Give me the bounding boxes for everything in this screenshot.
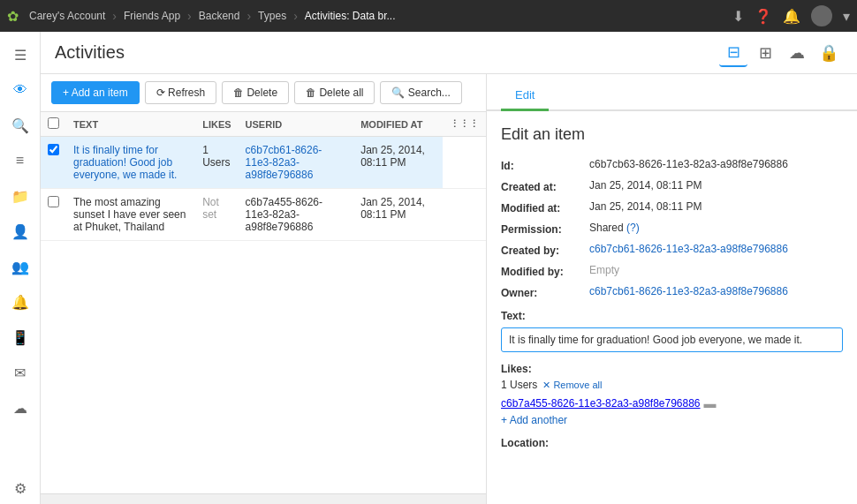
likes-section: Likes: 1 Users ✕ Remove all c6b7a455-862… <box>501 363 843 426</box>
header-icons: ⊟ ⊞ ☁ 🔒 <box>719 39 843 67</box>
created-at-value: Jan 25, 2014, 08:11 PM <box>589 179 843 192</box>
breadcrumb-backend[interactable]: Backend <box>192 10 247 22</box>
likes-user-id-link[interactable]: c6b7a455-8626-11e3-82a3-a98f8e796886 <box>501 397 701 410</box>
search-button[interactable]: 🔍 Search... <box>380 81 461 104</box>
table-row[interactable]: The most amazing sunset I have ever seen… <box>41 189 486 241</box>
cloud-view-btn[interactable]: ☁ <box>783 39 811 67</box>
tab-edit[interactable]: Edit <box>501 81 549 111</box>
permission-label: Permission: <box>501 222 589 236</box>
toolbar: + Add an item ⟳ Refresh 🗑 Delete 🗑 Delet… <box>41 74 486 112</box>
sidebar-folder[interactable]: 📁 <box>4 180 36 212</box>
owner-value: c6b7cb61-8626-11e3-82a3-a98f8e796886 <box>589 285 843 297</box>
location-label: Location: <box>501 437 843 449</box>
data-table: TEXT LIKES USERID MODIFIED AT ⋮⋮⋮ <box>41 112 486 241</box>
sidebar-group[interactable]: 👥 <box>4 251 36 282</box>
download-icon[interactable]: ⬇ <box>732 8 744 25</box>
field-created-at: Created at: Jan 25, 2014, 08:11 PM <box>501 179 843 193</box>
sidebar-tablet[interactable]: 📱 <box>4 321 36 353</box>
sidebar-gear[interactable]: ⚙ <box>4 472 36 504</box>
row2-checkbox[interactable] <box>48 196 59 207</box>
add-another-btn[interactable]: + Add another <box>501 414 843 426</box>
table-panel: + Add an item ⟳ Refresh 🗑 Delete 🗑 Delet… <box>41 74 486 504</box>
sidebar-bell[interactable]: 🔔 <box>4 286 36 318</box>
notification-icon[interactable]: 🔔 <box>783 8 800 25</box>
likes-users-row: 1 Users ✕ Remove all <box>501 379 843 391</box>
row1-text: It is finally time for graduation! Good … <box>66 137 195 189</box>
header-actions-col: ⋮⋮⋮ <box>443 112 486 137</box>
right-panel-tabs: Edit <box>487 74 857 111</box>
row1-userid: c6b7cb61-8626-11e3-82a3-a98f8e796886 <box>239 137 354 189</box>
modified-by-label: Modified by: <box>501 264 589 278</box>
sidebar-list[interactable]: ≡ <box>4 145 36 177</box>
remove-all-link[interactable]: ✕ Remove all <box>542 380 602 391</box>
list-view-btn[interactable]: ⊟ <box>719 39 747 67</box>
right-panel: Edit Edit an item Id: c6b7cb63-8626-11e3… <box>486 74 857 504</box>
sidebar-search[interactable]: 🔍 <box>4 109 36 141</box>
owner-label: Owner: <box>501 285 589 299</box>
tab-other[interactable] <box>549 81 577 111</box>
sidebar-cloud[interactable]: ☁ <box>4 392 36 424</box>
row1-likes: 1Users <box>195 137 238 189</box>
breadcrumb-carey[interactable]: Carey's Account <box>22 10 112 22</box>
sidebar-person[interactable]: 👤 <box>4 215 36 247</box>
modified-at-label: Modified at: <box>501 200 589 214</box>
layout: ☰ 👁 🔍 ≡ 📁 👤 👥 🔔 📱 ✉ ☁ ⚙ Activities ⊟ ⊞ ☁… <box>0 32 857 504</box>
page-title: Activities <box>55 42 125 63</box>
header: Activities ⊟ ⊞ ☁ 🔒 <box>41 32 857 74</box>
header-checkbox-col <box>41 112 66 137</box>
row2-likes: Notset <box>195 189 238 241</box>
likes-count: 1 Users <box>501 379 537 391</box>
lock-view-btn[interactable]: 🔒 <box>815 39 843 67</box>
delete-button[interactable]: 🗑 Delete <box>222 81 289 104</box>
main: Activities ⊟ ⊞ ☁ 🔒 + Add an item ⟳ Refre… <box>41 32 857 504</box>
field-id: Id: c6b7cb63-8626-11e3-82a3-a98f8e796886 <box>501 158 843 172</box>
table-row[interactable]: It is finally time for graduation! Good … <box>41 137 486 189</box>
row2-modified: Jan 25, 2014, 08:11 PM <box>353 189 443 241</box>
sidebar: ☰ 👁 🔍 ≡ 📁 👤 👥 🔔 📱 ✉ ☁ ⚙ <box>0 32 41 504</box>
permission-value: Shared (?) <box>589 222 843 234</box>
header-likes-col: LIKES <box>195 112 238 137</box>
sidebar-hamburger[interactable]: ☰ <box>4 39 36 71</box>
header-modified-col: MODIFIED AT <box>353 112 443 137</box>
id-label: Id: <box>501 158 589 172</box>
table-header-row: TEXT LIKES USERID MODIFIED AT ⋮⋮⋮ <box>41 112 486 137</box>
horizontal-scrollbar[interactable] <box>41 493 486 504</box>
help-icon[interactable]: ❓ <box>755 8 772 25</box>
owner-link[interactable]: c6b7cb61-8626-11e3-82a3-a98f8e796886 <box>589 285 788 297</box>
top-nav: ✿ Carey's Account › Friends App › Backen… <box>0 0 857 32</box>
select-all-checkbox[interactable] <box>48 117 59 129</box>
text-section-label: Text: <box>501 310 843 322</box>
header-userid-col: USERID <box>239 112 354 137</box>
row2-userid: c6b7a455-8626-11e3-82a3-a98f8e796886 <box>239 189 354 241</box>
breadcrumb-friends[interactable]: Friends App <box>117 10 187 22</box>
delete-all-button[interactable]: 🗑 Delete all <box>294 81 375 104</box>
row2-checkbox-cell <box>41 189 66 241</box>
sidebar-eye[interactable]: 👁 <box>4 74 36 106</box>
breadcrumb-types[interactable]: Types <box>251 10 293 22</box>
top-nav-right: ⬇ ❓ 🔔 ▾ <box>732 5 850 26</box>
avatar[interactable] <box>811 5 832 26</box>
likes-remove-icon[interactable]: ▬ <box>704 396 717 410</box>
created-by-link[interactable]: c6b7cb61-8626-11e3-82a3-a98f8e796886 <box>589 243 788 255</box>
right-panel-body: Edit an item Id: c6b7cb63-8626-11e3-82a3… <box>487 111 857 467</box>
logo-icon: ✿ <box>7 8 19 25</box>
row1-userid-link[interactable]: c6b7cb61-8626-11e3-82a3-a98f8e796886 <box>246 144 322 181</box>
created-by-value: c6b7cb61-8626-11e3-82a3-a98f8e796886 <box>589 243 843 255</box>
add-item-button[interactable]: + Add an item <box>51 81 140 104</box>
text-input[interactable] <box>501 327 843 352</box>
table-wrap: TEXT LIKES USERID MODIFIED AT ⋮⋮⋮ <box>41 112 486 493</box>
refresh-button[interactable]: ⟳ Refresh <box>145 81 216 104</box>
field-owner: Owner: c6b7cb61-8626-11e3-82a3-a98f8e796… <box>501 285 843 299</box>
tree-view-btn[interactable]: ⊞ <box>751 39 779 67</box>
field-created-by: Created by: c6b7cb61-8626-11e3-82a3-a98f… <box>501 243 843 257</box>
likes-user-id-row: c6b7a455-8626-11e3-82a3-a98f8e796886 ▬ <box>501 396 843 410</box>
row1-text-link[interactable]: It is finally time for graduation! Good … <box>73 144 177 181</box>
permission-hint[interactable]: (?) <box>626 222 640 234</box>
row1-checkbox[interactable] <box>48 144 59 155</box>
sidebar-mail[interactable]: ✉ <box>4 357 36 388</box>
dropdown-icon[interactable]: ▾ <box>843 8 850 25</box>
created-at-label: Created at: <box>501 179 589 193</box>
breadcrumb-activities[interactable]: Activities: Data br... <box>298 10 403 22</box>
header-text-col: TEXT <box>66 112 195 137</box>
field-modified-at: Modified at: Jan 25, 2014, 08:11 PM <box>501 200 843 214</box>
